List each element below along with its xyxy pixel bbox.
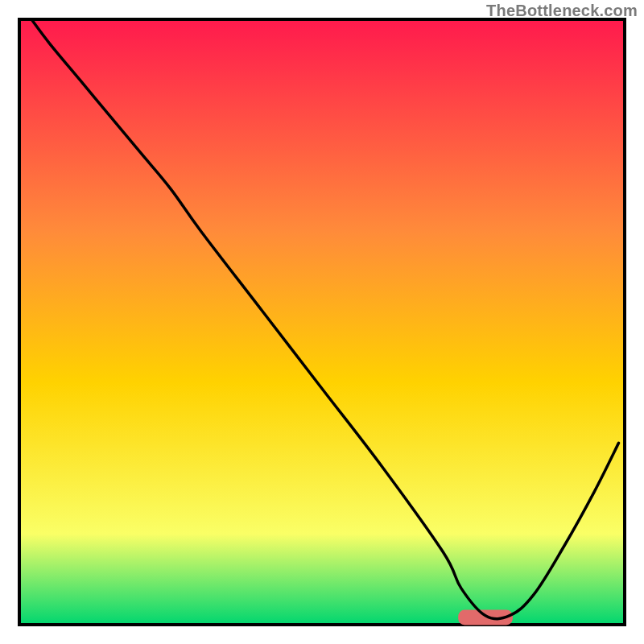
plot-background [19,19,625,625]
bottleneck-chart [0,0,644,644]
chart-container: { "branding": { "watermark": "TheBottlen… [0,0,644,644]
watermark-text: TheBottleneck.com [486,2,638,20]
